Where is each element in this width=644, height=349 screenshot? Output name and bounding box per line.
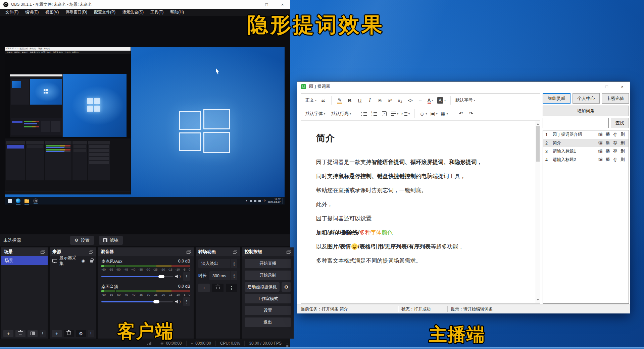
entry-play-button[interactable]: 播	[604, 157, 611, 163]
virtual-camera-settings-button[interactable]: ⚙	[282, 282, 291, 292]
entry-play-button[interactable]: 播	[604, 149, 611, 154]
lock-icon[interactable]	[90, 260, 93, 263]
entry-save-button[interactable]: 存	[611, 157, 619, 163]
bold-button[interactable]: B	[345, 95, 355, 105]
transition-menu-button[interactable]: ⋮	[226, 284, 237, 292]
obs-menu-item[interactable]: 编辑(E)	[22, 9, 42, 15]
entry-edit-button[interactable]: 编	[597, 149, 604, 154]
speaker-icon[interactable]	[175, 300, 179, 303]
strikethrough-button[interactable]: S	[375, 95, 385, 105]
prompter-maximize-button[interactable]: □	[599, 82, 614, 92]
scroll-down-icon[interactable]	[537, 299, 539, 302]
entry-title[interactable]: 园丁提词器介绍	[553, 132, 597, 137]
code-button[interactable]: <>	[405, 95, 415, 105]
source-filters-button[interactable]: 滤镜	[99, 236, 123, 245]
add-scene-button[interactable]: +	[3, 330, 13, 337]
slider-knob[interactable]	[158, 275, 164, 278]
channel-menu-button[interactable]: ⋮	[183, 272, 190, 281]
entry-title[interactable]: 请输入标题1	[553, 149, 597, 154]
add-transition-button[interactable]: +	[198, 284, 210, 292]
entry-delete-button[interactable]: 删	[619, 149, 626, 154]
resize-grip[interactable]	[286, 343, 289, 347]
highlight-color-button[interactable]: A▾	[435, 95, 447, 105]
entry-list-row[interactable]: 1 园丁提词器介绍 编 播 存 删	[543, 130, 629, 139]
line-height-select[interactable]: 默认行高▾	[330, 109, 353, 119]
font-family-select[interactable]: 默认字体▾	[304, 109, 327, 119]
scenes-menu-button[interactable]: ⋮	[40, 330, 46, 337]
entry-delete-button[interactable]: 删	[619, 140, 626, 146]
task-list-button[interactable]: ✓	[379, 109, 389, 119]
entry-list-row[interactable]: 2 简介 编 播 存 删	[543, 139, 629, 147]
paragraph-style-select[interactable]: 正文▾	[304, 95, 318, 105]
entry-edit-button[interactable]: 编	[597, 157, 604, 163]
horizontal-rule-button[interactable]: ┄	[415, 95, 425, 105]
add-entry-button[interactable]: 增加词条	[543, 106, 629, 116]
start-recording-button[interactable]: 开始录制	[245, 271, 291, 280]
start-virtual-camera-button[interactable]: 启动虚拟摄像机	[245, 282, 280, 292]
slider-knob[interactable]	[153, 300, 159, 303]
obs-titlebar[interactable]: OBS 30.1.1 - 配置文件: 未命名 - 场景: 未命名 — □ ×	[0, 0, 290, 9]
volume-slider[interactable]	[101, 276, 173, 277]
obs-menu-item[interactable]: 工具(T)	[147, 9, 167, 15]
scene-list-item[interactable]: 场景	[1, 256, 48, 265]
sources-menu-button[interactable]: ⋮	[88, 330, 94, 337]
obs-minimize-button[interactable]: —	[243, 0, 259, 9]
align-select[interactable]: ▾	[389, 109, 400, 119]
obs-menu-item[interactable]: 帮助(H)	[167, 9, 187, 15]
prompter-close-button[interactable]: ×	[614, 82, 630, 92]
entry-save-button[interactable]: 存	[611, 132, 619, 137]
redo-button[interactable]: ↷	[466, 109, 476, 119]
entry-title[interactable]: 请输入标题2	[553, 157, 597, 163]
remove-source-button[interactable]	[64, 330, 74, 337]
remove-scene-button[interactable]	[15, 330, 26, 337]
scene-filters-button[interactable]	[28, 330, 38, 337]
subscript-button[interactable]: x₂	[395, 95, 405, 105]
source-properties-button[interactable]: ⚙ 设置	[70, 236, 94, 245]
studio-mode-button[interactable]: 工作室模式	[245, 294, 291, 303]
scroll-up-icon[interactable]	[537, 122, 539, 125]
transition-select[interactable]: 淡入淡出 ∧∨	[198, 259, 237, 268]
start-streaming-button[interactable]: 开始直播	[245, 259, 291, 268]
select-spinner-icon[interactable]: ∧∨	[231, 259, 237, 268]
obs-menu-item[interactable]: 视图(V)	[42, 9, 62, 15]
controls-dock-header[interactable]: 控制按钮	[242, 247, 294, 256]
indent-select[interactable]: ▾	[400, 109, 411, 119]
obs-menu-item[interactable]: 场景集合(S)	[119, 9, 147, 15]
superscript-button[interactable]: x²	[385, 95, 395, 105]
entry-edit-button[interactable]: 编	[597, 132, 604, 137]
exit-button[interactable]: 退出	[245, 317, 291, 327]
spinner-icon[interactable]: ∧∨	[231, 271, 237, 280]
obs-menu-item[interactable]: 文件(F)	[2, 9, 22, 15]
entry-play-button[interactable]: 播	[604, 140, 611, 146]
remove-transition-button[interactable]	[212, 284, 224, 292]
scrollbar-thumb[interactable]	[536, 126, 540, 162]
entry-list-row[interactable]: 4 请输入标题2 编 播 存 删	[543, 156, 629, 164]
speaker-icon[interactable]	[175, 275, 179, 278]
obs-maximize-button[interactable]: □	[259, 0, 275, 9]
transitions-dock-header[interactable]: 转场动画	[196, 247, 240, 256]
duration-input[interactable]: 300 ms ∧∨	[209, 271, 237, 280]
font-size-select[interactable]: 默认字号▾	[454, 95, 477, 105]
prompter-minimize-button[interactable]: —	[584, 82, 599, 92]
emoji-button[interactable]: ☺▾	[418, 109, 429, 119]
editor-scrollbar[interactable]	[536, 121, 540, 303]
channel-menu-button[interactable]: ⋮	[183, 297, 190, 306]
entry-title[interactable]: 简介	[553, 140, 597, 146]
entry-delete-button[interactable]: 删	[619, 132, 626, 137]
add-source-button[interactable]: +	[52, 330, 62, 337]
source-list-item[interactable]: 显示器采集 ◉	[50, 256, 96, 265]
obs-preview-canvas[interactable]: OBS 30.1.1 - 配置文件: 未命名 - 场景: 未命名 文件(F)编辑…	[0, 16, 290, 234]
font-color-button[interactable]: A▾	[425, 95, 435, 105]
entry-delete-button[interactable]: 删	[619, 157, 626, 163]
image-button[interactable]: ▣▾	[429, 109, 439, 119]
bullet-list-button[interactable]	[359, 109, 369, 119]
prompter-titlebar[interactable]: 园丁提词器 — □ ×	[297, 82, 630, 92]
volume-slider[interactable]	[101, 301, 173, 302]
entry-search-input[interactable]	[543, 118, 609, 128]
obs-menu-item[interactable]: 配置文件(P)	[91, 9, 119, 15]
table-button[interactable]: ▦▾	[439, 109, 450, 119]
ordered-list-button[interactable]	[369, 109, 379, 119]
search-button[interactable]: 查找	[611, 118, 629, 128]
clear-format-button[interactable]: ✎	[335, 95, 345, 105]
obs-close-button[interactable]: ×	[275, 0, 290, 9]
